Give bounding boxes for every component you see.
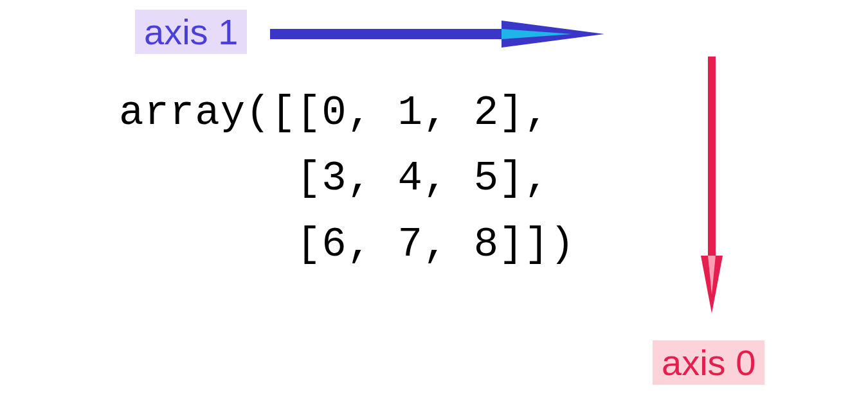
svg-rect-0 <box>270 29 502 39</box>
svg-rect-3 <box>708 57 716 256</box>
array-code-block: array([[0, 1, 2], [3, 4, 5], [6, 7, 8]]) <box>119 80 575 277</box>
axis1-label: axis 1 <box>135 10 247 54</box>
axis1-arrow-icon <box>270 18 604 50</box>
axis0-label: axis 0 <box>653 340 764 385</box>
axis0-arrow-icon <box>696 57 728 313</box>
